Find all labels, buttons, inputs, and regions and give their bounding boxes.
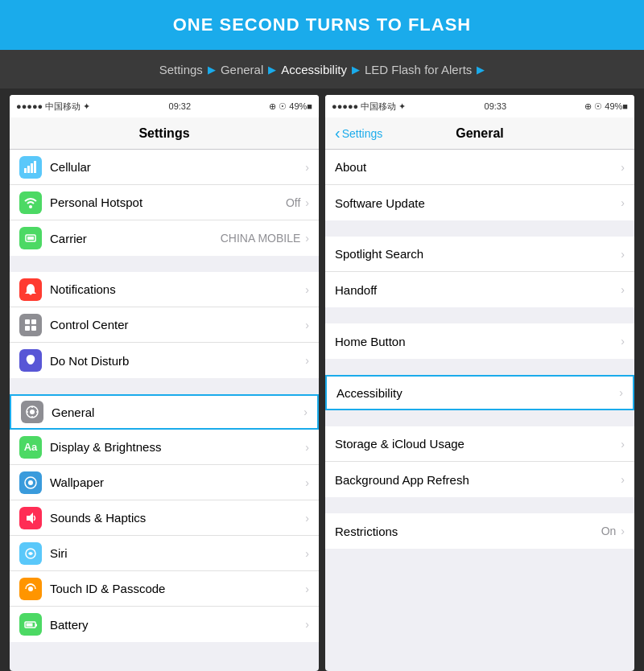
home-button-label: Home Button bbox=[335, 335, 621, 348]
svg-point-4 bbox=[29, 205, 32, 208]
phones-container: ●●●●● 中国移动 ✦ 09:32 ⊕ ☉ 49%■ Settings Cel… bbox=[0, 89, 644, 671]
right-gap-3 bbox=[325, 359, 634, 375]
svg-rect-7 bbox=[25, 319, 30, 324]
notifications-icon bbox=[19, 278, 42, 301]
row-home-button[interactable]: Home Button › bbox=[325, 323, 634, 359]
battery-label: Battery bbox=[50, 618, 305, 632]
row-about[interactable]: About › bbox=[325, 150, 634, 185]
restrictions-label: Restrictions bbox=[335, 525, 601, 538]
general-icon bbox=[21, 401, 43, 423]
software-update-chevron: › bbox=[621, 196, 625, 209]
row-dnd[interactable]: Do Not Disturb › bbox=[10, 343, 319, 378]
battery-chevron: › bbox=[305, 618, 309, 631]
touchid-chevron: › bbox=[305, 582, 309, 595]
notifications-label: Notifications bbox=[50, 282, 305, 296]
bgrefresh-label: Background App Refresh bbox=[335, 473, 621, 487]
row-bgrefresh[interactable]: Background App Refresh › bbox=[325, 462, 634, 497]
dnd-label: Do Not Disturb bbox=[50, 354, 305, 368]
software-update-label: Software Update bbox=[335, 196, 621, 210]
right-group-4: Accessibility › bbox=[325, 375, 634, 410]
cellular-chevron: › bbox=[305, 161, 309, 174]
row-storage[interactable]: Storage & iCloud Usage › bbox=[325, 426, 634, 462]
row-notifications[interactable]: Notifications › bbox=[10, 272, 319, 307]
wallpaper-icon bbox=[19, 471, 42, 494]
hotspot-icon bbox=[19, 191, 42, 214]
battery-icon bbox=[19, 613, 42, 636]
left-settings-list[interactable]: Cellular › Personal Hotspot Off › Carrie… bbox=[10, 150, 319, 671]
svg-rect-9 bbox=[25, 326, 30, 331]
svg-rect-24 bbox=[27, 624, 33, 627]
svg-rect-2 bbox=[31, 163, 33, 173]
hotspot-label: Personal Hotspot bbox=[50, 196, 286, 209]
home-button-chevron: › bbox=[621, 335, 625, 348]
row-sounds[interactable]: Sounds & Haptics › bbox=[10, 500, 319, 536]
row-restrictions[interactable]: Restrictions On › bbox=[325, 513, 634, 549]
svg-point-21 bbox=[28, 587, 33, 591]
breadcrumb-settings[interactable]: Settings bbox=[159, 63, 203, 76]
row-software-update[interactable]: Software Update › bbox=[325, 185, 634, 220]
right-status-right: ⊕ ☉ 49%■ bbox=[584, 101, 628, 112]
breadcrumb: Settings ▶ General ▶ Accessibility ▶ LED… bbox=[0, 50, 644, 89]
breadcrumb-general[interactable]: General bbox=[221, 63, 263, 76]
row-cellular[interactable]: Cellular › bbox=[10, 150, 319, 185]
right-group-3: Home Button › bbox=[325, 323, 634, 359]
left-gap-2 bbox=[10, 378, 319, 394]
cellular-label: Cellular bbox=[50, 160, 305, 174]
left-group-3: General › Aa Display & Brightness › Wall… bbox=[10, 394, 319, 642]
row-general[interactable]: General › bbox=[10, 394, 319, 430]
right-gap-2 bbox=[325, 307, 634, 323]
row-battery[interactable]: Battery › bbox=[10, 607, 319, 642]
svg-rect-1 bbox=[27, 166, 30, 173]
right-nav-bar: ‹ Settings General bbox=[325, 117, 634, 150]
row-display[interactable]: Aa Display & Brightness › bbox=[10, 430, 319, 465]
row-carrier[interactable]: Carrier CHINA MOBILE › bbox=[10, 220, 319, 256]
carrier-icon bbox=[19, 227, 42, 249]
cellular-icon bbox=[19, 156, 42, 179]
control-center-icon bbox=[19, 314, 42, 336]
row-handoff[interactable]: Handoff › bbox=[325, 272, 634, 307]
right-nav-back[interactable]: ‹ Settings bbox=[335, 124, 382, 142]
breadcrumb-accessibility[interactable]: Accessibility bbox=[281, 63, 347, 76]
right-gap-5 bbox=[325, 497, 634, 513]
control-center-chevron: › bbox=[305, 319, 309, 331]
siri-chevron: › bbox=[305, 547, 309, 560]
right-settings-list[interactable]: About › Software Update › Spotlight Sear… bbox=[325, 150, 634, 671]
display-chevron: › bbox=[305, 441, 309, 454]
row-touchid[interactable]: Touch ID & Passcode › bbox=[10, 571, 319, 607]
siri-label: Siri bbox=[50, 546, 305, 560]
left-battery: ⊕ ☉ 49%■ bbox=[269, 101, 312, 112]
right-group-2: Spotlight Search › Handoff › bbox=[325, 237, 634, 307]
left-phone: ●●●●● 中国移动 ✦ 09:32 ⊕ ☉ 49%■ Settings Cel… bbox=[10, 95, 319, 671]
notifications-chevron: › bbox=[305, 283, 309, 296]
breadcrumb-arrow-3: ▶ bbox=[352, 64, 360, 76]
breadcrumb-led[interactable]: LED Flash for Alerts bbox=[365, 63, 472, 76]
left-group-2: Notifications › Control Center › Do Not … bbox=[10, 272, 319, 378]
breadcrumb-arrow-2: ▶ bbox=[268, 64, 276, 76]
left-group-1: Cellular › Personal Hotspot Off › Carrie… bbox=[10, 150, 319, 256]
row-accessibility[interactable]: Accessibility › bbox=[325, 375, 634, 410]
breadcrumb-arrow-4: ▶ bbox=[477, 64, 485, 76]
row-control-center[interactable]: Control Center › bbox=[10, 307, 319, 343]
row-hotspot[interactable]: Personal Hotspot Off › bbox=[10, 185, 319, 220]
right-battery: ⊕ ☉ 49%■ bbox=[584, 101, 628, 112]
bgrefresh-chevron: › bbox=[621, 473, 625, 486]
banner-title: ONE SECOND TURNS TO FLASH bbox=[173, 14, 472, 35]
top-banner: ONE SECOND TURNS TO FLASH bbox=[0, 0, 644, 50]
right-status-left: ●●●●● 中国移动 ✦ bbox=[332, 101, 406, 113]
handoff-label: Handoff bbox=[335, 283, 621, 297]
right-group-5: Storage & iCloud Usage › Background App … bbox=[325, 426, 634, 497]
dnd-icon bbox=[19, 349, 42, 372]
dnd-chevron: › bbox=[305, 354, 309, 367]
row-spotlight[interactable]: Spotlight Search › bbox=[325, 237, 634, 272]
breadcrumb-arrow-1: ▶ bbox=[208, 64, 216, 76]
row-siri[interactable]: Siri › bbox=[10, 536, 319, 571]
svg-marker-19 bbox=[27, 513, 33, 524]
general-chevron: › bbox=[303, 405, 308, 418]
restrictions-chevron: › bbox=[621, 525, 625, 537]
back-chevron: ‹ bbox=[335, 124, 341, 142]
right-nav-title: General bbox=[456, 126, 504, 141]
left-carrier: ●●●●● 中国移动 ✦ bbox=[16, 101, 90, 113]
left-status-bar: ●●●●● 中国移动 ✦ 09:32 ⊕ ☉ 49%■ bbox=[10, 95, 319, 117]
row-wallpaper[interactable]: Wallpaper › bbox=[10, 465, 319, 500]
svg-point-12 bbox=[30, 410, 35, 414]
